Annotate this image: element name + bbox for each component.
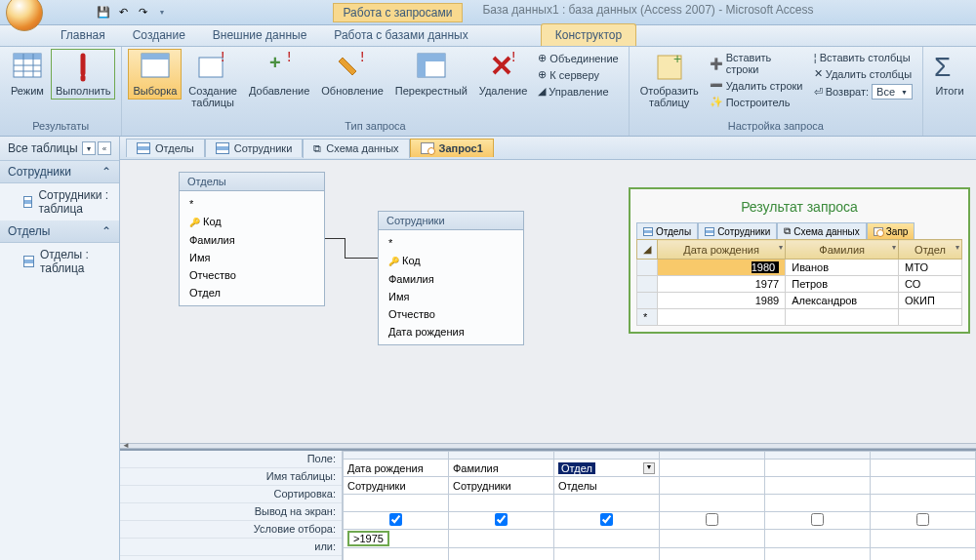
result-tab[interactable]: Запр [867, 222, 915, 239]
insert-rows-button[interactable]: ➕Вставить строки [708, 51, 806, 76]
result-tab[interactable]: Отделы [636, 222, 698, 239]
delete-icon: ! [488, 52, 519, 83]
delete-query-button[interactable]: ! Удаление [474, 49, 533, 100]
sigma-icon: Σ [934, 52, 965, 83]
redo-icon[interactable]: ↷ [135, 5, 150, 20]
tab-dbtools[interactable]: Работа с базами данных [320, 24, 481, 46]
ribbon-tabs: Главная Создание Внешние данные Работа с… [0, 25, 976, 47]
svg-rect-8 [199, 58, 223, 77]
builder-icon: ✨ [710, 96, 723, 108]
group-results: Результаты [6, 120, 115, 134]
view-button[interactable]: Режим [6, 49, 49, 100]
document-tabs: Отделы Сотрудники ⧉Схема данных Запрос1 [120, 137, 976, 160]
relationship-icon: ⧉ [784, 225, 791, 237]
run-button[interactable]: Выполнить [51, 49, 115, 100]
navigation-pane: Все таблицы ▾« Сотрудники⌃ Сотрудники : … [0, 137, 120, 560]
relationship-line[interactable] [345, 238, 346, 258]
builder-button[interactable]: ✨Построитель [708, 95, 806, 109]
doctab-otdely[interactable]: Отделы [126, 139, 205, 157]
delete-rows-button[interactable]: ➖Удалить строки [708, 78, 806, 93]
qbe-criteria-row[interactable]: >1975 [344, 530, 976, 548]
row-selector-header[interactable]: ◢ [637, 240, 658, 260]
crosstab-button[interactable]: Перекрестный [390, 49, 472, 100]
nav-header[interactable]: Все таблицы ▾« [0, 137, 119, 161]
tab-create[interactable]: Создание [119, 24, 199, 46]
save-icon[interactable]: 💾 [96, 5, 111, 20]
show-checkbox[interactable] [916, 513, 929, 526]
union-button[interactable]: ⊕Объединение [536, 51, 620, 65]
tab-design[interactable]: Конструктор [541, 23, 636, 46]
qat-dropdown-icon[interactable]: ▼ [154, 5, 170, 20]
qbe-grid: Поле: Имя таблицы: Сортировка: Вывод на … [120, 449, 976, 560]
passthrough-button[interactable]: ⊕К серверу [536, 67, 620, 82]
update-button[interactable]: ! Обновление [316, 49, 388, 100]
qbe-show-row[interactable] [344, 512, 976, 530]
qbe-table-row[interactable]: СотрудникиСотрудникиОтделы [344, 477, 976, 495]
nav-item-sotrudniki-table[interactable]: Сотрудники : таблица [0, 183, 119, 220]
append-button[interactable]: +! Добавление [244, 49, 314, 100]
qbe-field-row[interactable]: Дата рождения Фамилия Отдел▼ [344, 460, 976, 477]
nav-section-sotrudniki[interactable]: Сотрудники⌃ [0, 161, 119, 183]
return-combo[interactable]: Все▼ [872, 84, 913, 100]
svg-text:!: ! [360, 52, 364, 64]
table-row[interactable]: 1977ПетровСО [637, 276, 962, 293]
tab-home[interactable]: Главная [47, 24, 119, 46]
delete-col-icon: ✕ [814, 67, 823, 80]
show-checkbox[interactable] [811, 513, 824, 526]
col-header[interactable]: Дата рождения▾ [658, 240, 786, 260]
doctab-sotrudniki[interactable]: Сотрудники [205, 139, 304, 157]
undo-icon[interactable]: ↶ [115, 5, 131, 20]
query-designer[interactable]: Отделы * Код Фамилия Имя Отчество Отдел … [120, 160, 976, 443]
show-checkbox[interactable] [706, 513, 718, 526]
svg-text:+: + [673, 52, 681, 66]
datadef-button[interactable]: ◢Управление [536, 84, 620, 99]
relationship-icon: ⧉ [313, 142, 321, 155]
delete-cols-button[interactable]: ✕Удалить столбцы [812, 66, 915, 81]
table-icon [23, 196, 32, 208]
col-header[interactable]: Отдел▾ [899, 240, 962, 260]
show-checkbox[interactable] [495, 513, 508, 526]
dropdown-icon[interactable]: ▼ [643, 462, 655, 474]
append-icon: +! [264, 52, 295, 83]
query-icon [874, 227, 883, 236]
relationship-line[interactable] [345, 258, 378, 259]
nav-dropdown-icon[interactable]: ▾ [82, 141, 96, 155]
table-row[interactable]: 1980ИвановМТО [637, 260, 962, 276]
table-row[interactable]: 1989АлександровОКИП [637, 293, 962, 309]
doctab-zapros1[interactable]: Запрос1 [410, 139, 494, 157]
table-row[interactable]: * [637, 309, 962, 326]
col-header[interactable]: Фамилия▾ [786, 240, 899, 260]
context-tools-label: Работа с запросами [333, 3, 464, 22]
fieldlist-sotrudniki[interactable]: Сотрудники * Код Фамилия Имя Отчество Да… [378, 211, 524, 345]
group-querytype: Тип запроса [128, 120, 622, 134]
select-query-button[interactable]: Выборка [128, 49, 182, 100]
return-icon: ⏎ [814, 86, 823, 99]
table-icon [23, 256, 34, 267]
nav-section-otdely[interactable]: Отделы⌃ [0, 220, 119, 243]
ribbon: Режим Выполнить Результаты Выборка ! Соз… [0, 47, 976, 137]
chevron-up-icon: ⌃ [102, 165, 111, 179]
result-tab[interactable]: ⧉Схема данных [777, 222, 867, 239]
totals-button[interactable]: Σ Итоги [929, 49, 970, 100]
criteria-cell[interactable]: >1975 [347, 531, 389, 546]
qbe-or-row[interactable] [344, 548, 976, 561]
result-tab[interactable]: Сотрудники [698, 222, 777, 239]
splitter[interactable] [120, 443, 976, 449]
maketable-button[interactable]: ! Создание таблицы [183, 49, 242, 111]
doctab-schema[interactable]: ⧉Схема данных [303, 139, 409, 158]
chevron-up-icon: ⌃ [102, 224, 111, 238]
showtable-button[interactable]: + Отобразить таблицу [635, 49, 704, 111]
show-checkbox[interactable] [600, 513, 613, 526]
qbe-sort-row[interactable] [344, 495, 976, 512]
relationship-line[interactable] [325, 238, 345, 239]
table-icon [643, 227, 653, 236]
fieldlist-otdely[interactable]: Отделы * Код Фамилия Имя Отчество Отдел [179, 172, 325, 306]
tab-external[interactable]: Внешние данные [199, 24, 321, 46]
show-checkbox[interactable] [389, 513, 402, 526]
server-icon: ⊕ [538, 68, 547, 81]
nav-item-otdely-table[interactable]: Отделы : таблица [0, 243, 119, 280]
insert-cols-button[interactable]: ¦Вставить столбцы [812, 51, 915, 64]
svg-text:!: ! [221, 52, 224, 64]
nav-collapse-icon[interactable]: « [98, 141, 111, 155]
svg-text:!: ! [287, 52, 291, 64]
